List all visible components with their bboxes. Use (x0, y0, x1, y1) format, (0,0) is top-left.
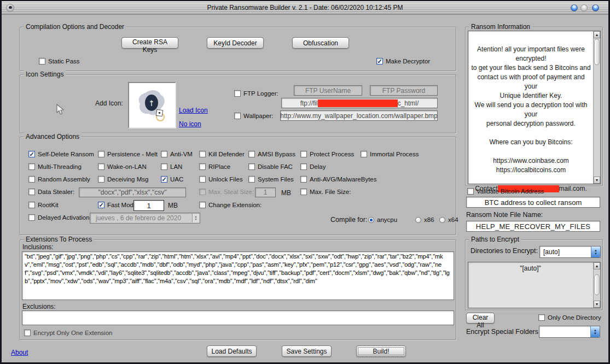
checkbox-self-delete-ransom[interactable]: Self-Delete Ransom (28, 151, 94, 157)
checkbox-label: Deceiving Msg (107, 176, 148, 183)
checkbox-ftp-logger[interactable]: FTP Logger: (234, 90, 278, 97)
maximize-button[interactable] (580, 4, 588, 11)
wallpaper-url-input[interactable]: http://www.my_wallpaper_location.com/wal… (280, 110, 438, 121)
ftp-url-input[interactable]: ftp://filc_html/ (281, 98, 438, 108)
checkbox-make-decryptor[interactable]: Make Decryptor (376, 58, 430, 64)
checkbox-lan[interactable]: LAN (161, 163, 182, 170)
checkbox-label: Fast Mode (107, 202, 137, 208)
clear-all-button[interactable]: Clear All (466, 313, 495, 324)
create-rsa-keys-button[interactable]: Create RSA Keys (121, 37, 178, 49)
icon-settings-group-title: Icon Settings (24, 71, 66, 78)
checkbox-box (199, 163, 206, 170)
checkbox-box (98, 202, 104, 208)
checkbox-only-one-directory[interactable]: Only One Directory (538, 314, 601, 321)
max-steal-size-input[interactable]: 1 (255, 187, 276, 197)
encrypt-special-folders-dropdown[interactable]: ▲▼ (539, 326, 600, 338)
no-icon-link[interactable]: No icon (179, 120, 201, 128)
checkbox-protect-process[interactable]: Protect Process (300, 151, 354, 157)
radio-x86[interactable]: x86 (415, 216, 434, 223)
exclusions-input[interactable] (22, 310, 454, 325)
advanced-options-group-title: Advanced Options (24, 133, 82, 140)
checkbox-persistence-melt[interactable]: Persistence - Melt (98, 151, 158, 157)
paths-to-encrypt-group: Paths to Encrypt Directories to Encrypt:… (465, 239, 603, 310)
checkbox-deceiving-msg[interactable]: Deceiving Msg (98, 176, 148, 183)
ransom-note-textarea[interactable]: Atention! all your important files were … (468, 31, 601, 184)
listbox-item-auto[interactable]: "[auto]" (468, 265, 592, 272)
radio-label: x64 (448, 216, 458, 223)
checkbox-box (248, 176, 255, 183)
title-bar[interactable]: Private Ransomware Builder v. 2.1 - Date… (2, 1, 608, 15)
checkbox-max-file-size[interactable]: Max. File Size: (300, 189, 351, 195)
checkbox-kill-defender[interactable]: Kill Defender (199, 151, 245, 157)
date-spinner[interactable]: ▲▼ (192, 214, 199, 222)
stepper-down-icon: ▼ (594, 332, 597, 335)
directories-to-encrypt-dropdown[interactable]: [auto] ▲▼ (539, 246, 601, 258)
close-button[interactable] (592, 4, 599, 11)
checkbox-validate-bitcoin-address[interactable]: Validate Bitcoin Address (467, 188, 544, 195)
checkbox-riplace[interactable]: RIPlace (199, 163, 230, 170)
checkbox-change-extension[interactable]: Change Extension: (199, 202, 262, 208)
scrollbar-thumb[interactable] (594, 39, 600, 65)
checkbox-label: Protect Process (310, 151, 354, 157)
ransom-note-filename-input[interactable]: HELP_ME_RECOVER_MY_FILES (466, 221, 600, 232)
scrollbar-thumb[interactable] (594, 274, 600, 295)
load-defaults-button[interactable]: Load Defaults (207, 345, 257, 357)
checkbox-fast-mode[interactable]: Fast Mode (98, 202, 137, 208)
checkbox-unlock-files[interactable]: Unlock Files (199, 176, 243, 183)
icon-preview: ↑ (128, 82, 176, 128)
scroll-down-icon[interactable]: ▼ (594, 301, 600, 308)
checkbox-anti-avg-malwarebytes[interactable]: Anti-AVG/MalwareBytes (300, 176, 377, 183)
dropdown-stepper-icon[interactable]: ▲▼ (590, 326, 600, 337)
delayed-activation-date-picker[interactable]: jueves , 6 de febrero de 2020 ▲▼ (90, 213, 200, 224)
ransom-scrollbar[interactable]: ▲ ▼ (593, 31, 600, 184)
window-title: Private Ransomware Builder v. 2.1 - Date… (2, 1, 608, 15)
ransom-information-group: Ransom Information Atention! all your im… (465, 27, 603, 186)
scroll-up-icon[interactable]: ▲ (594, 262, 600, 269)
checkbox-random-assembly[interactable]: Random Assembly (28, 176, 90, 183)
checkbox-uac[interactable]: UAC (161, 176, 183, 183)
checkbox-label: Change Extension: (208, 202, 262, 208)
checkbox-disable-fac[interactable]: Disable FAC (248, 163, 293, 170)
btc-address-input[interactable]: BTC address to collect ransom (466, 197, 600, 208)
radio-x64[interactable]: x64 (439, 216, 458, 223)
dropdown-stepper-icon[interactable]: ▲▼ (591, 246, 600, 257)
scroll-up-icon[interactable]: ▲ (594, 31, 600, 38)
upload-blob-icon: ↑ (129, 83, 175, 127)
checkbox-label: RootKit (38, 202, 59, 208)
load-icon-link[interactable]: Load Icon (179, 107, 208, 114)
ftp-username-input[interactable]: FTP UserName (294, 85, 362, 96)
keyid-decoder-button[interactable]: KeyId Decoder (207, 37, 264, 49)
listbox-scrollbar[interactable]: ▲ ▼ (593, 262, 600, 308)
checkbox-amsi-bypass[interactable]: AMSI Bypass (248, 151, 295, 157)
checkbox-label: Random Assembly (38, 176, 90, 183)
directories-listbox[interactable]: "[auto]" ▲ ▼ (468, 262, 601, 308)
checkbox-encrypt-only-one-extension[interactable]: Encrypt Only One Extension (24, 330, 112, 336)
data-stealer-input[interactable]: "docx","pdf","xlsx","csv" (79, 187, 186, 197)
obfuscation-button[interactable]: Obfuscation (292, 37, 349, 49)
save-settings-button[interactable]: Save Settings (282, 345, 332, 357)
ftp-password-input[interactable]: FTP Password (370, 85, 438, 96)
mouse-cursor (56, 104, 64, 115)
fast-mode-size-input[interactable]: 1 (133, 200, 164, 211)
radio-anycpu[interactable]: anycpu (368, 216, 397, 223)
checkbox-max-steal-size[interactable]: Max. Steal Size: (199, 189, 254, 195)
checkbox-system-files[interactable]: System Files (248, 176, 294, 183)
about-link[interactable]: About (11, 349, 28, 356)
scroll-down-icon[interactable]: ▼ (594, 177, 600, 184)
checkbox-delay[interactable]: Delay (300, 163, 326, 170)
checkbox-label: Anti-AVG/MalwareBytes (310, 176, 377, 183)
minimize-button[interactable] (571, 4, 578, 11)
checkbox-box (248, 163, 255, 170)
build-button[interactable]: Build! (356, 345, 406, 357)
compilation-group: Compilation Options and Decoder Create R… (20, 27, 456, 71)
checkbox-delayed-activation[interactable]: Delayed Activation: (28, 214, 91, 221)
inclusions-textarea[interactable]: "txt","jpeg","gif","jpg","png","php","cs… (22, 251, 454, 300)
checkbox-immortal-process[interactable]: Immortal Process (361, 151, 419, 157)
checkbox-anti-vm[interactable]: Anti-VM (161, 151, 193, 157)
checkbox-wallpaper[interactable]: Wallpaper: (234, 113, 274, 119)
checkbox-wake-on-lan[interactable]: Wake-on-LAN (98, 163, 147, 170)
checkbox-data-stealer[interactable]: Data Stealer: (28, 189, 74, 195)
checkbox-rootkit[interactable]: RootKit (28, 202, 59, 208)
checkbox-static-pass[interactable]: Static Pass (39, 58, 80, 64)
checkbox-multi-threading[interactable]: Multi-Threading (28, 163, 82, 170)
